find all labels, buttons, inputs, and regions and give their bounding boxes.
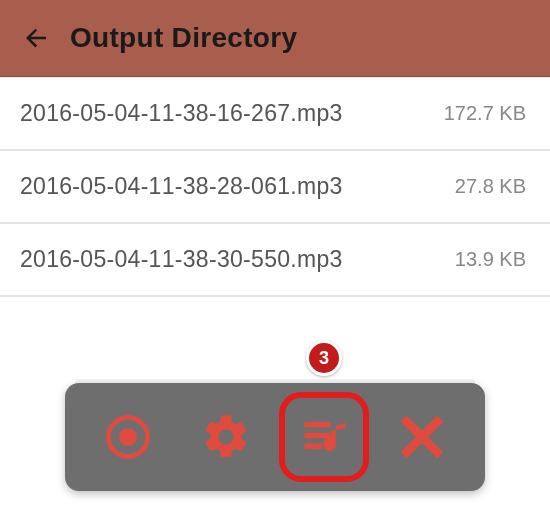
back-button[interactable] — [14, 16, 58, 60]
record-button[interactable] — [83, 392, 173, 482]
annotation-badge: 3 — [306, 340, 342, 376]
record-icon — [102, 411, 154, 463]
page-title: Output Directory — [70, 22, 297, 54]
bottom-toolbar: 3 — [65, 383, 485, 491]
file-name: 2016-05-04-11-38-16-267.mp3 — [20, 100, 343, 127]
file-row[interactable]: 2016-05-04-11-38-28-061.mp3 27.8 KB — [0, 151, 550, 224]
bottom-toolbar-wrapper: 3 — [0, 383, 550, 491]
settings-button[interactable] — [181, 392, 271, 482]
close-icon — [399, 414, 445, 460]
playlist-music-icon — [298, 411, 350, 463]
file-size: 27.8 KB — [455, 175, 526, 198]
arrow-left-icon — [21, 23, 51, 53]
playlist-button[interactable]: 3 — [279, 392, 369, 482]
close-button[interactable] — [377, 392, 467, 482]
svg-rect-4 — [305, 444, 322, 450]
file-list: 2016-05-04-11-38-16-267.mp3 172.7 KB 201… — [0, 77, 550, 297]
svg-rect-2 — [305, 422, 331, 428]
file-name: 2016-05-04-11-38-30-550.mp3 — [20, 246, 343, 273]
file-row[interactable]: 2016-05-04-11-38-30-550.mp3 13.9 KB — [0, 224, 550, 297]
file-size: 13.9 KB — [455, 248, 526, 271]
file-name: 2016-05-04-11-38-28-061.mp3 — [20, 173, 343, 200]
toolbar: Output Directory — [0, 0, 550, 77]
svg-rect-3 — [305, 433, 331, 439]
file-size: 172.7 KB — [444, 102, 526, 125]
gear-icon — [200, 411, 252, 463]
file-row[interactable]: 2016-05-04-11-38-16-267.mp3 172.7 KB — [0, 77, 550, 151]
svg-point-1 — [119, 428, 137, 446]
